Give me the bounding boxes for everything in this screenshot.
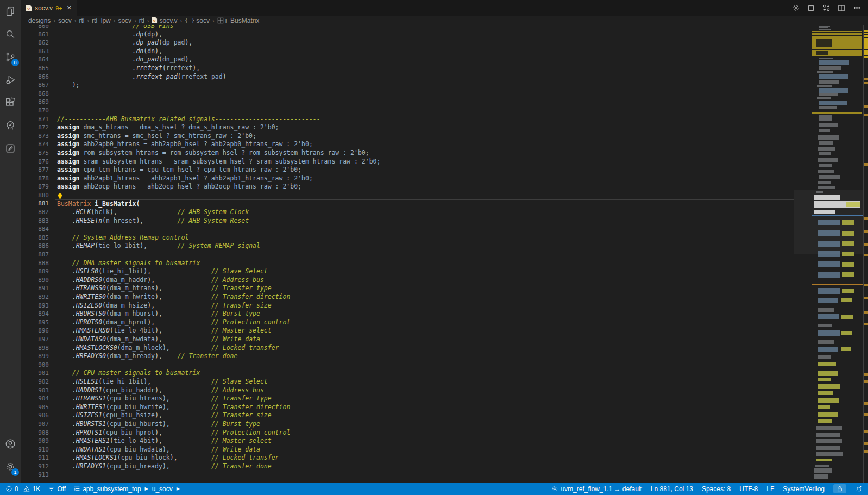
line-number[interactable]: 880 [21, 191, 55, 200]
code-line[interactable]: .dn(dn), [55, 47, 794, 56]
code-line[interactable]: .HSELS1(tie_hi_1bit), // Slave Select [55, 378, 794, 386]
tab-socv[interactable]: V socv.v 9+ ✕ [21, 0, 77, 16]
line-number[interactable]: 902 [21, 378, 55, 386]
flow-status[interactable]: uvm_ref_flow_1.1 → default [551, 485, 641, 493]
line-number[interactable]: 912 [21, 462, 55, 471]
line-number[interactable]: 909 [21, 437, 55, 446]
code-line[interactable] [55, 191, 794, 200]
compare-changes-icon[interactable] [821, 3, 831, 13]
code-line[interactable] [55, 225, 794, 234]
line-number[interactable]: 864 [21, 55, 55, 64]
line-number[interactable]: 868 [21, 90, 55, 98]
code-line[interactable] [55, 361, 794, 369]
code-line[interactable]: .HWRITES0(dma_m_hwrite), // Transfer dir… [55, 293, 794, 302]
extensions-icon[interactable] [0, 91, 21, 114]
line-number[interactable]: 890 [21, 276, 55, 285]
code-area[interactable]: // USB Pins .dp(dp), .dp_pad(dp_pad), .d… [55, 25, 794, 479]
code-line[interactable]: .HMASTLOCKS1(cpu_biu_hlock), // Locked t… [55, 454, 794, 462]
source-control-icon[interactable]: 8 [0, 46, 21, 68]
code-line[interactable]: // CPU master signals to busmatrix [55, 369, 794, 378]
account-icon[interactable] [0, 433, 21, 455]
code-line[interactable]: .HBURSTS0(dma_m_hburst), // Burst type [55, 310, 794, 318]
breadcrumb-item[interactable]: rtl_lpw [92, 17, 111, 24]
code-line[interactable]: assign dma_s_htrans = dma_s_hsel ? dma_s… [55, 123, 794, 132]
code-line[interactable]: .rrefext_pad(rrefext_pad) [55, 73, 794, 82]
line-number[interactable]: 888 [21, 259, 55, 268]
code-line[interactable]: // USB Pins [55, 25, 794, 30]
line-number[interactable]: 863 [21, 47, 55, 56]
line-number[interactable]: 900 [21, 361, 55, 369]
overview-ruler[interactable] [863, 25, 868, 483]
notebook-pencil-icon[interactable] [0, 137, 21, 160]
code-line[interactable]: .REMAP(tie_lo_1bit), // System REMAP sig… [55, 242, 794, 250]
code-line[interactable]: .HTRANSS0(dma_m_htrans), // Transfer typ… [55, 284, 794, 293]
code-line[interactable]: .HMASTERS0(tie_lo_4bit), // Master selec… [55, 327, 794, 335]
code-line[interactable]: .HPROTS1(cpu_biu_hprot), // Protection c… [55, 429, 794, 437]
code-line[interactable]: .HADDRS1(cpu_biu_haddr), // Address bus [55, 386, 794, 395]
line-number[interactable]: 877 [21, 166, 55, 174]
line-number[interactable]: 896 [21, 327, 55, 335]
code-line[interactable]: .dp(dp), [55, 30, 794, 39]
breadcrumb-item[interactable]: rtl [79, 17, 84, 24]
code-line[interactable]: assign smc_htrans = smc_hsel ? smc_htran… [55, 132, 794, 141]
line-number[interactable]: 860 [21, 25, 55, 30]
encoding[interactable]: UTF-8 [739, 485, 758, 493]
code-line[interactable]: assign ahb2apb0_htrans = ahb2apb0_hsel ?… [55, 140, 794, 149]
code-line[interactable]: .HMASTERS1(tie_lo_4bit), // Master selec… [55, 437, 794, 446]
line-number[interactable]: 904 [21, 394, 55, 403]
square-icon[interactable] [806, 3, 816, 13]
line-number[interactable]: 870 [21, 106, 55, 115]
split-editor-icon[interactable] [836, 3, 846, 13]
line-number[interactable]: 887 [21, 250, 55, 259]
code-line[interactable]: .rrefext(rrefext), [55, 64, 794, 73]
testing-icon[interactable] [0, 114, 21, 137]
line-number[interactable]: 882 [21, 208, 55, 217]
breadcrumb-item[interactable]: socv [58, 17, 72, 24]
code-line[interactable]: BusMatrix i_BusMatrix( [55, 199, 794, 208]
code-line[interactable]: // System Address Remap control [55, 234, 794, 242]
breadcrumb-item[interactable]: rtl [139, 17, 144, 24]
code-line[interactable]: .dp_pad(dp_pad), [55, 39, 794, 47]
line-number[interactable]: 911 [21, 454, 55, 462]
more-actions-icon[interactable] [852, 3, 861, 13]
line-number[interactable]: 875 [21, 149, 55, 158]
tab-close-icon[interactable]: ✕ [67, 4, 72, 11]
code-line[interactable]: //-----------AHB Busmatrix related signa… [55, 115, 794, 124]
line-number[interactable]: 913 [21, 471, 55, 479]
code-line[interactable]: .HSELS0(tie_hi_1bit), // Slave Select [55, 267, 794, 276]
code-line[interactable]: .HADDRS0(dma_m_haddr), // Address bus [55, 276, 794, 285]
line-number[interactable]: 905 [21, 403, 55, 412]
problems-status[interactable]: 0 1K [5, 485, 40, 493]
explorer-icon[interactable] [0, 0, 21, 23]
code-line[interactable]: .HSIZES0(dma_m_hsize), // Transfer size [55, 302, 794, 310]
hierarchy-status[interactable]: apb_subsystem_top ▶ u_socv ▶ [73, 485, 181, 493]
line-number[interactable]: 872 [21, 123, 55, 132]
code-line[interactable]: .HBURSTS1(cpu_biu_hburst), // Burst type [55, 420, 794, 429]
minimap[interactable] [794, 25, 863, 483]
line-number[interactable]: 894 [21, 310, 55, 318]
line-number[interactable]: 861 [21, 30, 55, 39]
code-line[interactable]: .HWDATAS0(dma_m_hwdata), // Write data [55, 335, 794, 344]
line-number[interactable]: 907 [21, 420, 55, 429]
code-line[interactable] [55, 471, 794, 479]
code-line[interactable]: .HRESETn(n_hreset), // AHB System Reset [55, 217, 794, 225]
code-line[interactable]: // DMA master signals to busmatrix [55, 259, 794, 268]
code-line[interactable]: .HCLK(hclk), // AHB System Clock [55, 208, 794, 217]
code-action-lightbulb-icon[interactable] [56, 192, 64, 199]
line-number[interactable]: 879 [21, 183, 55, 191]
code-line[interactable]: assign cpu_tcm_htrans = cpu_tcm_hsel ? c… [55, 166, 794, 174]
line-number[interactable]: 873 [21, 132, 55, 141]
filter-status[interactable]: Off [48, 485, 66, 493]
code-line[interactable]: assign rom_subsystem_htrans = rom_subsys… [55, 149, 794, 158]
line-number[interactable]: 866 [21, 73, 55, 82]
line-number[interactable]: 886 [21, 242, 55, 250]
line-number[interactable]: 908 [21, 429, 55, 437]
code-line[interactable]: assign ahb2apb1_htrans = ahb2apb1_hsel ?… [55, 174, 794, 183]
line-number[interactable]: 865 [21, 64, 55, 73]
indentation[interactable]: Spaces: 8 [702, 485, 731, 493]
line-number[interactable]: 889 [21, 267, 55, 276]
code-line[interactable]: assign ahb2ocp_htrans = ahb2ocp_hsel ? a… [55, 183, 794, 191]
lock-icon[interactable] [833, 484, 846, 493]
line-number[interactable]: 883 [21, 217, 55, 225]
code-line[interactable]: .HPROTS0(dma_m_hprot), // Protection con… [55, 318, 794, 327]
